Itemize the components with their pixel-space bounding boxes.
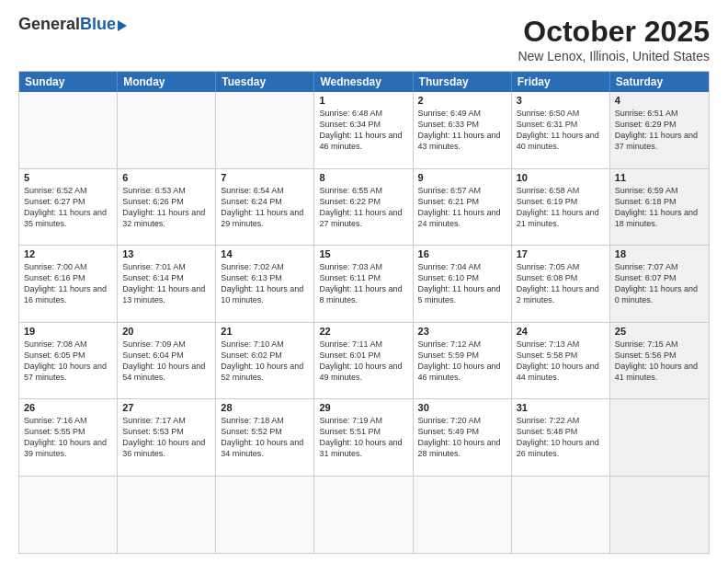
logo-arrow-icon xyxy=(118,20,127,31)
calendar-cell: 15Sunrise: 7:03 AMSunset: 6:11 PMDayligh… xyxy=(314,246,413,322)
day-info: Sunrise: 6:53 AMSunset: 6:26 PMDaylight:… xyxy=(122,185,210,230)
day-info: Sunrise: 7:16 AMSunset: 5:55 PMDaylight:… xyxy=(24,415,112,460)
calendar-cell: 30Sunrise: 7:20 AMSunset: 5:49 PMDayligh… xyxy=(414,399,512,476)
calendar: SundayMondayTuesdayWednesdayThursdayFrid… xyxy=(18,71,710,554)
day-number: 24 xyxy=(517,326,605,337)
calendar-cell: 11Sunrise: 6:59 AMSunset: 6:18 PMDayligh… xyxy=(610,169,709,246)
calendar-cell: 2Sunrise: 6:49 AMSunset: 6:33 PMDaylight… xyxy=(414,92,512,168)
day-info: Sunrise: 7:22 AMSunset: 5:48 PMDaylight:… xyxy=(517,415,605,460)
subtitle: New Lenox, Illinois, United States xyxy=(518,49,710,63)
day-info: Sunrise: 7:08 AMSunset: 6:05 PMDaylight:… xyxy=(24,339,112,384)
calendar-cell xyxy=(314,477,413,554)
calendar-cell: 13Sunrise: 7:01 AMSunset: 6:14 PMDayligh… xyxy=(118,246,216,322)
calendar-week: 26Sunrise: 7:16 AMSunset: 5:55 PMDayligh… xyxy=(19,399,709,477)
calendar-cell: 5Sunrise: 6:52 AMSunset: 6:27 PMDaylight… xyxy=(19,169,118,246)
day-number: 6 xyxy=(122,172,210,183)
day-number: 13 xyxy=(122,248,210,259)
day-info: Sunrise: 7:10 AMSunset: 6:02 PMDaylight:… xyxy=(221,339,309,384)
day-number: 10 xyxy=(517,172,605,183)
weekday-header: Monday xyxy=(118,72,216,92)
day-number: 4 xyxy=(615,95,704,106)
calendar-week xyxy=(19,477,709,554)
calendar-cell: 19Sunrise: 7:08 AMSunset: 6:05 PMDayligh… xyxy=(19,323,118,399)
day-number: 14 xyxy=(221,248,309,259)
day-info: Sunrise: 6:58 AMSunset: 6:19 PMDaylight:… xyxy=(517,185,605,230)
calendar-cell: 20Sunrise: 7:09 AMSunset: 6:04 PMDayligh… xyxy=(118,323,216,399)
day-number: 1 xyxy=(319,95,407,106)
day-info: Sunrise: 7:09 AMSunset: 6:04 PMDaylight:… xyxy=(122,339,210,384)
day-number: 7 xyxy=(221,172,309,183)
calendar-cell: 6Sunrise: 6:53 AMSunset: 6:26 PMDaylight… xyxy=(118,169,216,246)
calendar-body: 1Sunrise: 6:48 AMSunset: 6:34 PMDaylight… xyxy=(19,92,709,553)
day-info: Sunrise: 6:51 AMSunset: 6:29 PMDaylight:… xyxy=(615,108,704,153)
day-number: 17 xyxy=(517,248,605,259)
day-info: Sunrise: 7:05 AMSunset: 6:08 PMDaylight:… xyxy=(517,261,605,306)
calendar-cell xyxy=(512,477,610,554)
day-info: Sunrise: 7:11 AMSunset: 6:01 PMDaylight:… xyxy=(319,339,407,384)
day-info: Sunrise: 6:48 AMSunset: 6:34 PMDaylight:… xyxy=(319,108,407,153)
calendar-cell: 23Sunrise: 7:12 AMSunset: 5:59 PMDayligh… xyxy=(414,323,512,399)
day-number: 27 xyxy=(122,402,210,413)
calendar-cell: 9Sunrise: 6:57 AMSunset: 6:21 PMDaylight… xyxy=(414,169,512,246)
calendar-week: 1Sunrise: 6:48 AMSunset: 6:34 PMDaylight… xyxy=(19,92,709,169)
calendar-cell: 10Sunrise: 6:58 AMSunset: 6:19 PMDayligh… xyxy=(512,169,610,246)
day-info: Sunrise: 7:19 AMSunset: 5:51 PMDaylight:… xyxy=(319,415,407,460)
day-info: Sunrise: 7:01 AMSunset: 6:14 PMDaylight:… xyxy=(122,261,210,306)
calendar-cell: 14Sunrise: 7:02 AMSunset: 6:13 PMDayligh… xyxy=(216,246,314,322)
page: General Blue October 2025 New Lenox, Ill… xyxy=(0,0,728,563)
calendar-header: SundayMondayTuesdayWednesdayThursdayFrid… xyxy=(19,72,709,92)
calendar-cell xyxy=(216,477,314,554)
logo: General Blue xyxy=(18,15,127,34)
day-number: 9 xyxy=(418,172,506,183)
day-info: Sunrise: 6:59 AMSunset: 6:18 PMDaylight:… xyxy=(615,185,704,230)
calendar-cell xyxy=(216,92,314,168)
calendar-cell: 21Sunrise: 7:10 AMSunset: 6:02 PMDayligh… xyxy=(216,323,314,399)
day-number: 23 xyxy=(418,326,506,337)
day-number: 26 xyxy=(24,402,112,413)
day-info: Sunrise: 7:03 AMSunset: 6:11 PMDaylight:… xyxy=(319,261,407,306)
weekday-header: Thursday xyxy=(414,72,512,92)
day-info: Sunrise: 7:00 AMSunset: 6:16 PMDaylight:… xyxy=(24,261,112,306)
day-info: Sunrise: 7:20 AMSunset: 5:49 PMDaylight:… xyxy=(418,415,506,460)
day-info: Sunrise: 7:04 AMSunset: 6:10 PMDaylight:… xyxy=(418,261,506,306)
calendar-cell: 29Sunrise: 7:19 AMSunset: 5:51 PMDayligh… xyxy=(314,399,413,476)
main-title: October 2025 xyxy=(518,15,710,49)
day-number: 12 xyxy=(24,248,112,259)
calendar-cell: 28Sunrise: 7:18 AMSunset: 5:52 PMDayligh… xyxy=(216,399,314,476)
calendar-cell: 27Sunrise: 7:17 AMSunset: 5:53 PMDayligh… xyxy=(118,399,216,476)
calendar-cell: 31Sunrise: 7:22 AMSunset: 5:48 PMDayligh… xyxy=(512,399,610,476)
calendar-cell xyxy=(19,92,118,168)
day-number: 28 xyxy=(221,402,309,413)
calendar-cell: 1Sunrise: 6:48 AMSunset: 6:34 PMDaylight… xyxy=(314,92,413,168)
day-info: Sunrise: 7:18 AMSunset: 5:52 PMDaylight:… xyxy=(221,415,309,460)
title-block: October 2025 New Lenox, Illinois, United… xyxy=(518,15,710,63)
logo-general-text: General xyxy=(18,15,80,34)
day-number: 11 xyxy=(615,172,704,183)
day-number: 31 xyxy=(517,402,605,413)
logo-blue-text: Blue xyxy=(80,15,116,34)
day-info: Sunrise: 6:49 AMSunset: 6:33 PMDaylight:… xyxy=(418,108,506,153)
calendar-cell: 22Sunrise: 7:11 AMSunset: 6:01 PMDayligh… xyxy=(314,323,413,399)
calendar-cell xyxy=(610,399,709,476)
day-number: 21 xyxy=(221,326,309,337)
calendar-cell: 8Sunrise: 6:55 AMSunset: 6:22 PMDaylight… xyxy=(314,169,413,246)
day-info: Sunrise: 6:54 AMSunset: 6:24 PMDaylight:… xyxy=(221,185,309,230)
day-number: 15 xyxy=(319,248,407,259)
day-number: 5 xyxy=(24,172,112,183)
day-info: Sunrise: 6:55 AMSunset: 6:22 PMDaylight:… xyxy=(319,185,407,230)
calendar-cell: 18Sunrise: 7:07 AMSunset: 6:07 PMDayligh… xyxy=(610,246,709,322)
calendar-week: 5Sunrise: 6:52 AMSunset: 6:27 PMDaylight… xyxy=(19,169,709,247)
calendar-cell: 25Sunrise: 7:15 AMSunset: 5:56 PMDayligh… xyxy=(610,323,709,399)
calendar-cell: 3Sunrise: 6:50 AMSunset: 6:31 PMDaylight… xyxy=(512,92,610,168)
day-info: Sunrise: 6:52 AMSunset: 6:27 PMDaylight:… xyxy=(24,185,112,230)
calendar-cell xyxy=(118,477,216,554)
calendar-week: 19Sunrise: 7:08 AMSunset: 6:05 PMDayligh… xyxy=(19,323,709,400)
calendar-cell: 4Sunrise: 6:51 AMSunset: 6:29 PMDaylight… xyxy=(610,92,709,168)
calendar-cell: 24Sunrise: 7:13 AMSunset: 5:58 PMDayligh… xyxy=(512,323,610,399)
weekday-header: Friday xyxy=(512,72,610,92)
day-number: 3 xyxy=(517,95,605,106)
day-number: 22 xyxy=(319,326,407,337)
calendar-cell: 17Sunrise: 7:05 AMSunset: 6:08 PMDayligh… xyxy=(512,246,610,322)
day-number: 29 xyxy=(319,402,407,413)
day-info: Sunrise: 7:02 AMSunset: 6:13 PMDaylight:… xyxy=(221,261,309,306)
